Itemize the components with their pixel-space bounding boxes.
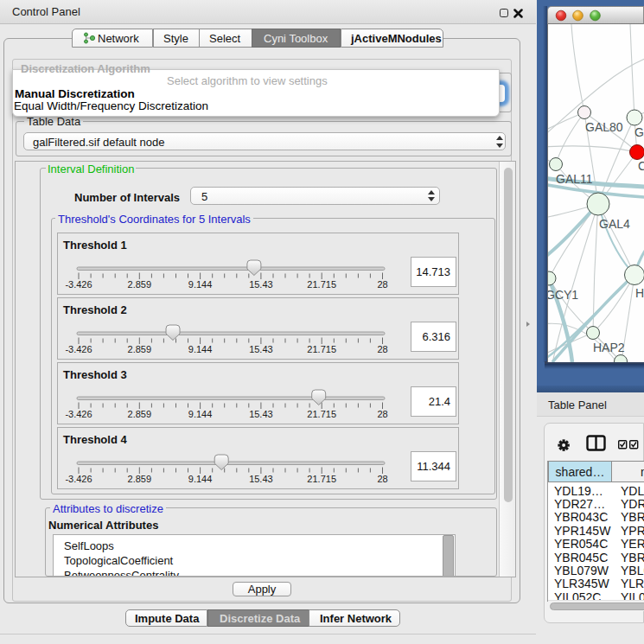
svg-text:9.144: 9.144	[188, 344, 213, 354]
svg-text:28: 28	[377, 344, 387, 354]
svg-text:15.43: 15.43	[249, 474, 273, 484]
svg-text:21.715: 21.715	[307, 409, 336, 419]
svg-text:9.144: 9.144	[188, 279, 213, 290]
svg-text:15.43: 15.43	[249, 344, 273, 354]
svg-text:GAL4: GAL4	[599, 217, 630, 231]
svg-text:2.859: 2.859	[128, 409, 152, 419]
svg-text:2.859: 2.859	[128, 344, 152, 354]
svg-text:GAL11: GAL11	[556, 172, 593, 186]
svg-text:-3.426: -3.426	[65, 279, 92, 290]
svg-text:HAP2: HAP2	[593, 341, 625, 354]
svg-text:21.715: 21.715	[307, 279, 336, 290]
svg-text:2.859: 2.859	[128, 474, 152, 484]
svg-text:GAL80: GAL80	[585, 120, 623, 134]
svg-text:9.144: 9.144	[188, 474, 213, 484]
svg-text:15.43: 15.43	[249, 409, 273, 419]
svg-text:GCY1: GCY1	[548, 288, 578, 302]
svg-text:GA: GA	[634, 125, 644, 139]
svg-text:28: 28	[377, 409, 387, 419]
svg-text:15.43: 15.43	[249, 279, 273, 290]
svg-text:9.144: 9.144	[188, 409, 213, 419]
svg-text:C: C	[638, 159, 644, 173]
svg-text:28: 28	[377, 279, 387, 290]
svg-text:2.859: 2.859	[128, 279, 152, 290]
svg-text:28: 28	[377, 474, 387, 484]
svg-text:-3.426: -3.426	[65, 474, 92, 484]
svg-text:-3.426: -3.426	[65, 344, 92, 354]
svg-text:-3.426: -3.426	[65, 409, 92, 419]
svg-text:21.715: 21.715	[307, 474, 336, 484]
svg-text:21.715: 21.715	[307, 344, 336, 354]
svg-text:H: H	[635, 286, 644, 300]
